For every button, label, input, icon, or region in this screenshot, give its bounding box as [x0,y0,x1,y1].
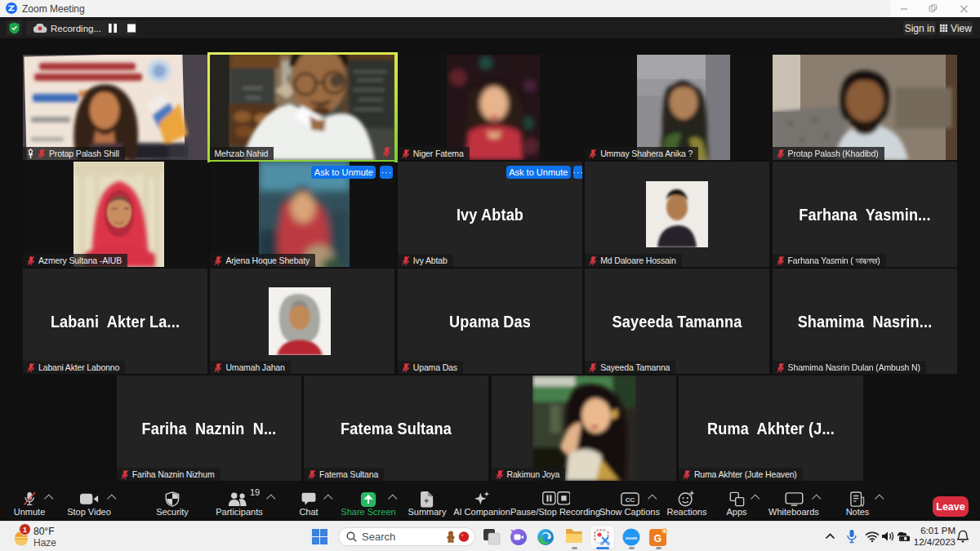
svg-text:G: G [654,533,662,544]
svg-text:zoom: zoom [626,535,638,540]
svg-text:CC: CC [626,496,635,504]
